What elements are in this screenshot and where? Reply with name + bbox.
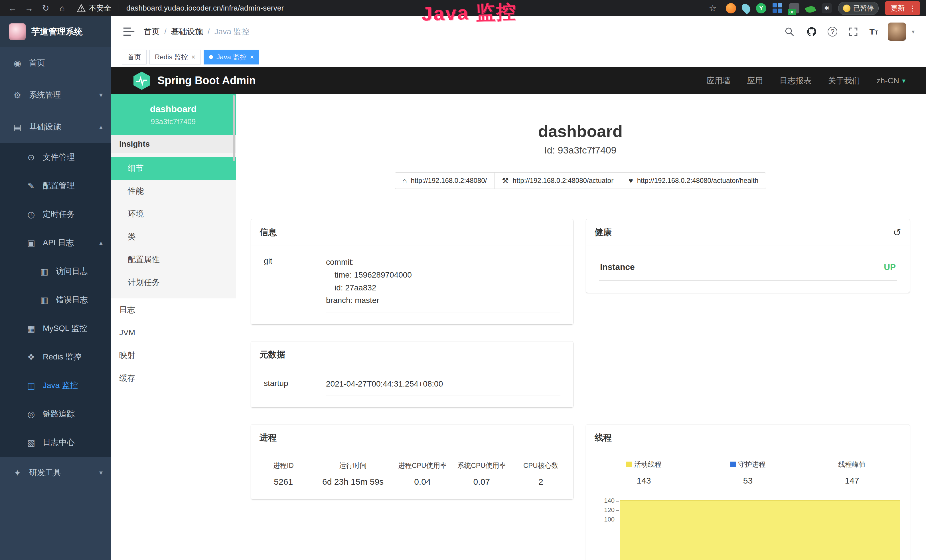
security-indicator[interactable]: 不安全 bbox=[77, 3, 111, 13]
user-avatar[interactable] bbox=[888, 23, 906, 41]
tag-view-bar: 首页 Redis 监控 × Java 监控 × bbox=[110, 47, 926, 67]
sidebar-scrollbar[interactable] bbox=[233, 95, 235, 161]
actuator-link[interactable]: ⚒ http://192.168.0.2:48080/actuator bbox=[494, 172, 621, 189]
yuque-extension-icon[interactable]: Y bbox=[756, 3, 766, 14]
sidebar-item-java[interactable]: ◫ Java 监控 bbox=[0, 371, 110, 400]
sba-nav-journal[interactable]: 日志报表 bbox=[780, 75, 812, 86]
home-icon: ⌂ bbox=[402, 176, 407, 185]
instance-root-link[interactable]: ⌂ http://192.168.0.2:48080/ bbox=[395, 172, 495, 189]
sba-insights-header: Insights bbox=[110, 135, 236, 153]
help-icon[interactable]: ? bbox=[828, 27, 837, 36]
page-header: 首页 / 基础设施 / Java 监控 ? TT ▾ bbox=[110, 16, 926, 47]
sba-brand[interactable]: Spring Boot Admin bbox=[133, 72, 256, 90]
tools-icon: ✦ bbox=[12, 468, 23, 478]
sba-item-caches[interactable]: 缓存 bbox=[110, 367, 236, 390]
clock-icon: ◷ bbox=[26, 209, 36, 219]
sidebar-item-file[interactable]: ⊙ 文件管理 bbox=[0, 143, 110, 171]
tab-home[interactable]: 首页 bbox=[122, 50, 147, 65]
sidebar-logo[interactable]: 芋道管理系统 bbox=[0, 16, 110, 47]
sidebar-item-label: 系统管理 bbox=[29, 89, 61, 100]
infra-submenu: ⊙ 文件管理 ✎ 配置管理 ◷ 定时任务 ▣ API 日志 ▴ ▥ 访问日志 ▥ bbox=[0, 143, 110, 457]
java-monitor-icon: ◫ bbox=[26, 381, 36, 390]
sba-item-details[interactable]: 细节 bbox=[110, 157, 236, 180]
sidebar-item-label: MySQL 监控 bbox=[43, 323, 87, 334]
chart-plot-area bbox=[619, 497, 904, 560]
sidebar-item-dev-tools[interactable]: ✦ 研发工具 ▾ bbox=[0, 457, 110, 489]
info-card: 信息 git commit: time: 1596289704000 id: 2… bbox=[251, 219, 573, 324]
sba-item-scheduled[interactable]: 计划任务 bbox=[110, 271, 236, 294]
url-bar[interactable]: dashboard.yudao.iocoder.cn/infra/admin-s… bbox=[126, 4, 284, 12]
sidebar-item-log-center[interactable]: ▧ 日志中心 bbox=[0, 428, 110, 457]
sba-item-mappings[interactable]: 映射 bbox=[110, 344, 236, 367]
tab-java[interactable]: Java 监控 × bbox=[204, 50, 259, 65]
sba-item-jvm[interactable]: JVM bbox=[110, 321, 236, 344]
sba-item-environment[interactable]: 环境 bbox=[110, 203, 236, 226]
sidebar-item-mysql[interactable]: ▦ MySQL 监控 bbox=[0, 314, 110, 343]
sba-nav-about[interactable]: 关于我们 bbox=[828, 75, 860, 86]
breadcrumb-infra[interactable]: 基础设施 bbox=[171, 26, 203, 37]
mail-extension-icon[interactable]: on bbox=[789, 3, 799, 14]
process-uptime: 运行时间 6d 23h 15m 59s bbox=[313, 461, 393, 487]
kebab-menu-icon[interactable]: ⋮ bbox=[909, 5, 916, 12]
sba-nav-applications[interactable]: 应用 bbox=[747, 75, 763, 86]
sba-item-config-props[interactable]: 配置属性 bbox=[110, 248, 236, 271]
sidebar-item-home[interactable]: ◉ 首页 bbox=[0, 47, 110, 79]
sba-nav-wall[interactable]: 应用墙 bbox=[707, 75, 731, 86]
sidebar-item-label: 研发工具 bbox=[29, 467, 61, 478]
puzzle-extension-icon[interactable]: ✱ bbox=[822, 3, 832, 14]
bookmark-star-icon[interactable]: ☆ bbox=[706, 2, 720, 15]
live-threads-legend-icon bbox=[626, 462, 632, 467]
sba-locale-select[interactable]: zh-CN ▾ bbox=[877, 76, 905, 85]
font-size-icon[interactable]: TT bbox=[869, 27, 878, 36]
close-icon[interactable]: × bbox=[250, 53, 254, 61]
sba-brand-title: Spring Boot Admin bbox=[157, 74, 256, 87]
sba-instance-block[interactable]: dashboard 93a3fc7f7409 bbox=[110, 94, 236, 135]
app-title: 芋道管理系统 bbox=[31, 26, 83, 38]
sidebar-item-redis[interactable]: ❖ Redis 监控 bbox=[0, 343, 110, 371]
hamburger-icon[interactable] bbox=[123, 26, 135, 38]
sidebar-item-infra[interactable]: ▤ 基础设施 ▴ bbox=[0, 111, 110, 143]
drop-extension-icon[interactable] bbox=[740, 2, 752, 14]
reload-icon[interactable]: ↻ bbox=[39, 2, 53, 15]
wrench-icon: ⚒ bbox=[502, 176, 508, 185]
fullscreen-icon[interactable] bbox=[847, 26, 859, 38]
avatar-caret-icon[interactable]: ▾ bbox=[912, 28, 915, 35]
grid-extension-icon[interactable] bbox=[773, 3, 783, 14]
sidebar-item-api-log[interactable]: ▣ API 日志 ▴ bbox=[0, 229, 110, 257]
eye-icon: ◎ bbox=[26, 409, 36, 419]
tab-redis[interactable]: Redis 监控 × bbox=[150, 50, 201, 65]
close-icon[interactable]: × bbox=[191, 53, 195, 61]
forward-icon[interactable]: → bbox=[22, 2, 36, 15]
sidebar-item-system[interactable]: ⚙ 系统管理 ▾ bbox=[0, 79, 110, 111]
access-log-icon: ▥ bbox=[39, 266, 50, 277]
history-icon[interactable]: ↺ bbox=[893, 227, 902, 238]
security-label: 不安全 bbox=[89, 3, 111, 13]
sidebar-item-error-log[interactable]: ▥ 错误日志 bbox=[0, 286, 110, 314]
browser-toolbar: ← → ↻ ⌂ 不安全 dashboard.yudao.iocoder.cn/i… bbox=[0, 0, 926, 16]
sidebar-item-trace[interactable]: ◎ 链路追踪 bbox=[0, 400, 110, 428]
paused-badge[interactable]: 已暂停 bbox=[838, 2, 879, 15]
fox-extension-icon[interactable] bbox=[726, 3, 736, 14]
sidebar-item-access-log[interactable]: ▥ 访问日志 bbox=[0, 257, 110, 286]
breadcrumb: 首页 / 基础设施 / Java 监控 bbox=[144, 26, 250, 37]
process-card-title: 进程 bbox=[260, 432, 277, 443]
sba-item-logs[interactable]: 日志 bbox=[110, 298, 236, 321]
chart-y-axis: 140 120 100 bbox=[592, 497, 619, 560]
update-button[interactable]: 更新 ⋮ bbox=[885, 1, 920, 15]
github-icon[interactable] bbox=[805, 26, 818, 38]
breadcrumb-home[interactable]: 首页 bbox=[144, 26, 160, 37]
cpu-cores: CPU核心数 2 bbox=[511, 461, 570, 487]
health-link[interactable]: ♥ http://192.168.0.2:48080/actuator/heal… bbox=[621, 172, 766, 189]
home-icon[interactable]: ⌂ bbox=[55, 2, 69, 15]
process-pid: 进程ID 5261 bbox=[254, 461, 313, 487]
warning-triangle-icon bbox=[77, 4, 86, 12]
search-icon[interactable] bbox=[783, 26, 796, 38]
daemon-threads-legend-icon bbox=[730, 462, 736, 467]
sidebar-item-job[interactable]: ◷ 定时任务 bbox=[0, 200, 110, 229]
back-icon[interactable]: ← bbox=[6, 2, 20, 15]
sba-item-classes[interactable]: 类 bbox=[110, 226, 236, 248]
sidebar-item-config[interactable]: ✎ 配置管理 bbox=[0, 171, 110, 200]
sba-item-performance[interactable]: 性能 bbox=[110, 180, 236, 203]
health-instance-label: Instance bbox=[600, 262, 635, 272]
leaf-extension-icon[interactable] bbox=[805, 5, 816, 14]
